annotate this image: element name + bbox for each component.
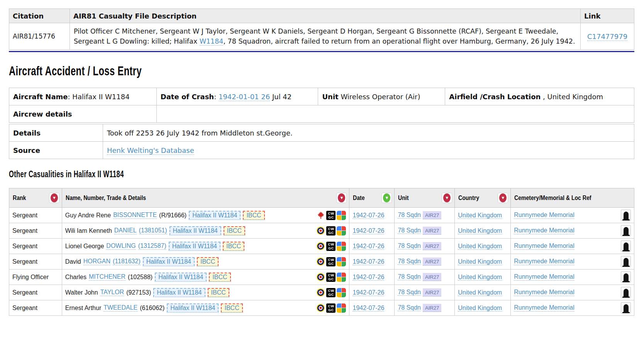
country-link[interactable]: United Kingdom xyxy=(458,212,502,219)
date-link[interactable]: 1942-07-26 xyxy=(353,289,384,296)
squadron-link[interactable]: 78 Sqdn xyxy=(398,242,421,249)
sort-name-button[interactable]: ▼ xyxy=(336,193,347,203)
ibcc-chip-link[interactable]: IBCC xyxy=(197,257,219,266)
ibcc-chip-link[interactable]: IBCC xyxy=(224,226,245,236)
squadron-link[interactable]: 78 Sqdn xyxy=(398,273,421,280)
country-cell: United Kingdom xyxy=(455,254,511,269)
cemetery-link[interactable]: Runnymede Memorial xyxy=(514,273,575,281)
surname-link[interactable]: TWEEDALE xyxy=(103,304,137,312)
google-search-icon[interactable] xyxy=(337,211,346,220)
squadron-link[interactable]: 78 Sqdn xyxy=(398,212,421,219)
service-number-link[interactable]: (1181632) xyxy=(113,258,141,265)
source-database-link[interactable]: Henk Welting's Database xyxy=(107,146,194,155)
aircraft-chip-link[interactable]: Halifax II W1184 xyxy=(155,273,207,282)
google-search-icon[interactable] xyxy=(337,242,346,251)
google-search-icon[interactable] xyxy=(337,273,346,282)
description-text: , 78 Squadron, aircraft failed to return… xyxy=(223,37,575,45)
cemetery-cell: Runnymede Memorial xyxy=(511,208,634,223)
aircraft-chip-link[interactable]: Halifax II W1184 xyxy=(143,257,195,266)
air27-badge-link[interactable]: AIR27 xyxy=(423,242,441,250)
cemetery-link[interactable]: Runnymede Memorial xyxy=(514,242,575,250)
cemetery-link[interactable]: Runnymede Memorial xyxy=(514,289,575,296)
aircraft-chip-link[interactable]: Halifax II W1184 xyxy=(167,303,219,313)
ibcc-chip-link[interactable]: IBCC xyxy=(209,273,230,282)
cwgc-icon[interactable]: CWGC xyxy=(326,273,336,282)
google-search-icon[interactable] xyxy=(337,226,346,236)
details-table: Details Took off 2253 26 July 1942 from … xyxy=(9,124,634,159)
cemetery-link[interactable]: Runnymede Memorial xyxy=(514,304,575,312)
squadron-link[interactable]: 78 Sqdn xyxy=(398,289,421,296)
date-link[interactable]: 1942-07-26 xyxy=(353,243,384,250)
cwgc-icon[interactable]: CWGC xyxy=(326,288,336,297)
cwgc-icon[interactable]: CWGC xyxy=(326,303,336,313)
date-link[interactable]: 1942-07-26 xyxy=(353,274,384,281)
table-row: Sergeant Ernest Arthur TWEEDALE (616062)… xyxy=(9,300,634,316)
crash-date-suffix: Jul 42 xyxy=(270,93,291,101)
headstone-icon[interactable] xyxy=(621,225,631,236)
sort-unit-button[interactable]: ▼ xyxy=(442,193,452,203)
cemetery-link[interactable]: Runnymede Memorial xyxy=(514,258,575,265)
surname-link[interactable]: HORGAN xyxy=(83,258,110,265)
headstone-icon[interactable] xyxy=(621,302,631,313)
cemetery-link[interactable]: Runnymede Memorial xyxy=(514,212,575,219)
squadron-link[interactable]: 78 Sqdn xyxy=(398,304,421,311)
archive-record-link[interactable]: C17477979 xyxy=(587,32,627,41)
cwgc-icon[interactable]: CWGC xyxy=(326,257,336,266)
headstone-icon[interactable] xyxy=(621,210,631,221)
ibcc-chip-link[interactable]: IBCC xyxy=(223,242,244,251)
aircraft-chip-link[interactable]: Halifax II W1184 xyxy=(189,211,241,220)
surname-link[interactable]: MITCHENER xyxy=(89,273,125,281)
table-row: Sergeant Guy Andre Rene BISSONNETTE (R/9… xyxy=(9,208,634,223)
country-link[interactable]: United Kingdom xyxy=(458,289,502,296)
google-search-icon[interactable] xyxy=(337,257,346,266)
casualty-description: Pilot Officer C Mitchener, Sergeant W J … xyxy=(69,23,580,50)
unit-cell: 78 SqdnAIR27 xyxy=(395,285,455,300)
date-link[interactable]: 1942-07-26 xyxy=(353,305,384,312)
air27-badge-link[interactable]: AIR27 xyxy=(423,258,441,266)
aircraft-chip-link[interactable]: Halifax II W1184 xyxy=(169,242,220,251)
surname-link[interactable]: DOWLING xyxy=(106,242,136,250)
headstone-icon[interactable] xyxy=(621,287,631,298)
sort-down-icon: ▼ xyxy=(499,193,507,202)
air27-badge-link[interactable]: AIR27 xyxy=(423,211,441,219)
headstone-icon[interactable] xyxy=(621,256,631,267)
date-cell: 1942-07-26 xyxy=(349,208,395,223)
service-number-link[interactable]: (1312587) xyxy=(138,242,166,250)
sort-rank-button[interactable]: ▼ xyxy=(49,193,59,203)
date-link[interactable]: 1942-07-26 xyxy=(353,258,384,265)
sort-date-button[interactable]: ▼ xyxy=(381,193,392,203)
ibcc-chip-link[interactable]: IBCC xyxy=(221,303,242,313)
cwgc-icon[interactable]: CWGC xyxy=(326,211,336,220)
date-link[interactable]: 1942-07-26 xyxy=(353,227,384,234)
google-search-icon[interactable] xyxy=(337,303,346,313)
squadron-link[interactable]: 78 Sqdn xyxy=(398,258,421,265)
service-number-link[interactable]: (1381051) xyxy=(139,227,167,234)
aircraft-serial-link[interactable]: W1184 xyxy=(200,37,224,46)
country-link[interactable]: United Kingdom xyxy=(458,274,502,281)
headstone-icon[interactable] xyxy=(621,241,631,252)
cwgc-icon[interactable]: CWGC xyxy=(326,242,336,251)
surname-link[interactable]: BISSONNETTE xyxy=(113,212,157,219)
ibcc-chip-link[interactable]: IBCC xyxy=(243,211,264,220)
air27-badge-link[interactable]: AIR27 xyxy=(423,273,441,281)
air27-badge-link[interactable]: AIR27 xyxy=(423,227,441,235)
aircraft-chip-link[interactable]: Halifax II W1184 xyxy=(169,226,221,236)
surname-link[interactable]: TAYLOR xyxy=(100,289,124,296)
cwgc-icon[interactable]: CWGC xyxy=(326,226,336,236)
google-search-icon[interactable] xyxy=(337,288,346,297)
country-link[interactable]: United Kingdom xyxy=(458,227,502,234)
date-link[interactable]: 1942-07-26 xyxy=(353,212,384,219)
country-link[interactable]: United Kingdom xyxy=(458,258,502,265)
country-link[interactable]: United Kingdom xyxy=(458,305,502,312)
crash-date-link[interactable]: 1942-01-01 26 xyxy=(219,93,270,101)
headstone-icon[interactable] xyxy=(621,271,631,283)
country-link[interactable]: United Kingdom xyxy=(458,243,502,250)
sort-country-button[interactable]: ▼ xyxy=(498,193,508,203)
ibcc-chip-link[interactable]: IBCC xyxy=(208,288,229,297)
surname-link[interactable]: DANIEL xyxy=(114,227,137,234)
aircraft-chip-link[interactable]: Halifax II W1184 xyxy=(153,288,205,297)
air27-badge-link[interactable]: AIR27 xyxy=(423,288,441,297)
squadron-link[interactable]: 78 Sqdn xyxy=(398,227,421,234)
cemetery-link[interactable]: Runnymede Memorial xyxy=(514,227,575,234)
air27-badge-link[interactable]: AIR27 xyxy=(423,304,441,312)
